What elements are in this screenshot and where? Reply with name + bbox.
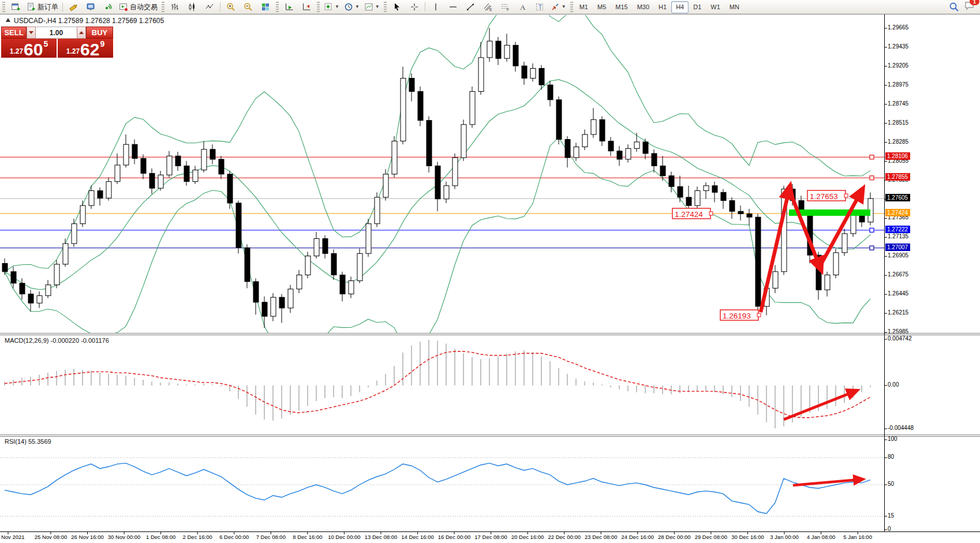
chart-shift-button[interactable] (298, 1, 315, 14)
auto-scroll-button[interactable] (280, 1, 298, 14)
bar-chart-button[interactable] (166, 1, 184, 14)
cursor-button[interactable] (388, 1, 406, 14)
candle (340, 275, 345, 294)
svg-text:E: E (489, 8, 492, 12)
zoom-in-icon (226, 2, 235, 12)
pane-separator[interactable] (0, 333, 980, 335)
line-chart-icon (205, 2, 214, 12)
time-label: 13 Dec 08:00 (365, 534, 398, 540)
vertical-line-button[interactable] (427, 1, 444, 14)
horizontal-line-button[interactable] (444, 1, 462, 14)
volume-input[interactable] (36, 27, 77, 39)
time-axis[interactable]: 8 Nov 202125 Nov 08:0026 Nov 16:0030 Nov… (0, 534, 884, 543)
channel-button[interactable]: E (479, 1, 496, 14)
fibonacci-button[interactable]: F (496, 1, 514, 14)
price-level-badge: 1.27222 (885, 226, 910, 233)
sell-price-big: 60 (24, 42, 43, 57)
price-tick: 1.27135 (888, 233, 908, 239)
tf-W1[interactable]: W1 (706, 1, 725, 13)
tile-windows-icon (261, 2, 270, 12)
line-handle[interactable] (870, 176, 874, 180)
tf-M5[interactable]: M5 (593, 1, 611, 13)
zoom-out-button[interactable] (240, 1, 257, 14)
market-button[interactable] (82, 1, 99, 14)
macd-pane (5, 340, 870, 429)
candle (314, 238, 319, 256)
price-tick: 1.28745 (888, 100, 908, 107)
new-order-button[interactable]: 新订单 (24, 1, 61, 14)
line-handle[interactable] (870, 228, 874, 232)
trend-arrow[interactable] (790, 192, 820, 266)
toolbar-grip[interactable] (276, 2, 279, 12)
chevron-down-icon: ▼ (335, 5, 339, 9)
indicators-icon (324, 2, 333, 12)
triangle-up-icon (79, 31, 84, 34)
candle (617, 151, 622, 159)
candle (383, 174, 388, 197)
periods-button[interactable]: ▼ (342, 1, 362, 14)
zoom-in-button[interactable] (222, 1, 240, 14)
line-handle[interactable] (870, 155, 874, 159)
price-tick: 1.29665 (888, 24, 908, 31)
price-axis[interactable]: 1.296651.294351.292051.289751.287451.285… (885, 0, 980, 543)
crayon-button[interactable] (65, 1, 82, 14)
candle (600, 119, 605, 141)
chart-canvas[interactable]: 1.274241.276531.26193 (0, 0, 980, 543)
candle (755, 217, 761, 306)
line-chart-button[interactable] (201, 1, 218, 14)
toolbar-grip[interactable] (570, 2, 573, 12)
aut otrade-button[interactable]: 自动交易 (117, 1, 160, 14)
text-button[interactable]: A (514, 1, 531, 14)
toolbar-grip[interactable] (317, 2, 320, 12)
search-icon[interactable] (949, 2, 959, 12)
candle (297, 275, 302, 289)
time-label: 28 Dec 00:00 (658, 534, 691, 540)
candle (738, 211, 743, 214)
tf-M15[interactable]: M15 (611, 1, 632, 13)
signal-button[interactable] (99, 1, 117, 14)
time-label: 20 Dec 16:00 (511, 534, 544, 540)
candle (349, 281, 354, 294)
price-annotation-text: 1.27424 (675, 210, 703, 219)
arrows-button[interactable]: ▼ (548, 1, 568, 14)
tf-M1[interactable]: M1 (575, 1, 593, 13)
candle (539, 68, 544, 85)
candle (184, 166, 189, 181)
toolbar-grip[interactable] (162, 2, 164, 12)
buy-button[interactable]: BUY (86, 27, 113, 39)
crosshair-button[interactable] (406, 1, 423, 14)
label-button[interactable]: T (531, 1, 548, 14)
sell-price[interactable]: 1.27605 (1, 39, 57, 58)
line-handle[interactable] (870, 246, 874, 250)
candle (279, 297, 285, 308)
tf-H1[interactable]: H1 (654, 1, 671, 13)
tile-windows-button[interactable] (257, 1, 274, 14)
tf-MN[interactable]: MN (725, 1, 744, 13)
buy-price[interactable]: 1.27629 (58, 39, 113, 58)
pane-separator[interactable] (0, 435, 980, 437)
toolbar-grip[interactable] (384, 2, 387, 12)
macd-tick: -0.004448 (888, 425, 914, 431)
tf-D1[interactable]: D1 (689, 1, 706, 13)
candle (158, 175, 163, 188)
candle (452, 158, 458, 186)
time-label: 10 Dec 00:00 (328, 534, 361, 540)
new-chart-button[interactable] (7, 1, 24, 14)
candlestick-button[interactable] (184, 1, 201, 14)
indicators-button[interactable]: ▼ (321, 1, 342, 14)
candle (63, 244, 68, 264)
candle (89, 190, 94, 205)
candle (288, 289, 293, 308)
tf-M30[interactable]: M30 (633, 1, 654, 13)
sell-button[interactable]: SELL (1, 27, 27, 39)
candle (115, 165, 120, 182)
time-label: 7 Dec 08:00 (256, 534, 286, 540)
volume-decrease-button[interactable] (27, 27, 36, 39)
volume-increase-button[interactable] (77, 27, 86, 39)
tf-H4[interactable]: H4 (671, 1, 689, 13)
candle (210, 149, 215, 159)
trendline-button[interactable] (462, 1, 479, 14)
toolbar-grip[interactable] (2, 2, 5, 12)
notification-button[interactable]: 1 (964, 1, 975, 13)
template-button[interactable]: ▼ (362, 1, 382, 14)
